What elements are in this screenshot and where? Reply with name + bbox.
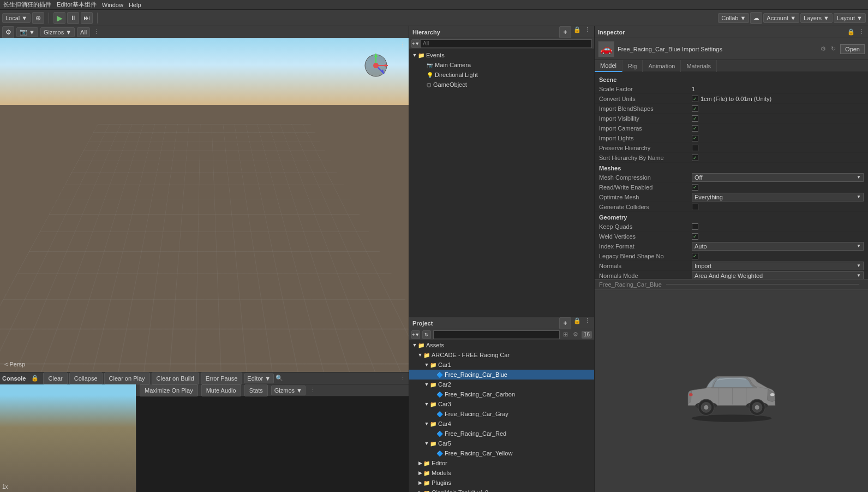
- index-format-value[interactable]: Auto ▼: [692, 242, 864, 251]
- legacy-blend-checkbox[interactable]: [692, 253, 698, 259]
- tree-plugins[interactable]: ▶ 📁 Plugins: [409, 478, 594, 488]
- scene-gizmo[interactable]: [360, 49, 392, 82]
- console-clear-btn[interactable]: Clear: [43, 372, 67, 384]
- maximize-play-btn[interactable]: Maximize On Play: [140, 384, 198, 396]
- project-settings-icon[interactable]: ⚙: [572, 331, 579, 339]
- collab-dropdown[interactable]: Collab ▼: [718, 13, 749, 23]
- tab-model[interactable]: Model: [595, 60, 622, 72]
- console-more-icon[interactable]: ⋮: [399, 375, 406, 382]
- import-cameras-checkbox[interactable]: [692, 125, 698, 132]
- weld-vertices-checkbox[interactable]: [692, 233, 698, 240]
- tree-item-events[interactable]: ▼ 📁 Events: [409, 50, 594, 60]
- hierarchy-plus-icon[interactable]: +▼: [411, 39, 420, 48]
- console-error-pause-btn[interactable]: Error Pause: [201, 372, 243, 384]
- stats-btn[interactable]: Stats: [244, 384, 268, 396]
- menu-item-plugin[interactable]: 长生但酒狂的插件: [3, 1, 51, 9]
- tree-arcade[interactable]: ▼ 📁 ARCADE - FREE Racing Car: [409, 350, 594, 360]
- tab-materials[interactable]: Materials: [681, 60, 717, 72]
- gizmos-dropdown[interactable]: Gizmos▼: [40, 27, 75, 37]
- tree-free-racing-yellow[interactable]: 🔷 Free_Racing_Car_Yellow: [409, 448, 594, 458]
- tree-free-racing-gray[interactable]: 🔷 Free_Racing_Car_Gray: [409, 409, 594, 419]
- scene-more-icon[interactable]: ⋮: [92, 28, 100, 36]
- hierarchy-search-input[interactable]: [420, 39, 592, 48]
- tab-rig[interactable]: Rig: [622, 60, 643, 72]
- inspector-lock-icon[interactable]: 🔒: [847, 28, 855, 36]
- scale-factor-value[interactable]: 1: [692, 86, 864, 92]
- project-lock-icon[interactable]: 🔒: [573, 317, 581, 325]
- tree-car1[interactable]: ▼ 📁 Car1: [409, 360, 594, 370]
- optimize-mesh-dropdown[interactable]: Everything ▼: [692, 193, 864, 201]
- tree-car5[interactable]: ▼ 📁 Car5: [409, 438, 594, 448]
- project-refresh-icon[interactable]: ↻: [422, 330, 431, 339]
- tree-assets[interactable]: ▼ 📁 Assets: [409, 340, 594, 350]
- tree-editor[interactable]: ▶ 📁 Editor: [409, 458, 594, 468]
- menu-item-window[interactable]: Window: [102, 2, 123, 8]
- project-filter-icon[interactable]: ⊞: [562, 331, 570, 339]
- layout-dropdown[interactable]: Layout ▼: [834, 13, 866, 23]
- read-write-checkbox[interactable]: [692, 184, 698, 191]
- import-lights-checkbox[interactable]: [692, 135, 698, 141]
- game-gizmos-dropdown[interactable]: Gizmos ▼: [271, 386, 306, 395]
- console-search-icon[interactable]: 🔍: [276, 375, 283, 382]
- scene-more-btn[interactable]: ⋮: [399, 42, 405, 49]
- tree-car4[interactable]: ▼ 📁 Car4: [409, 419, 594, 429]
- hierarchy-more-icon[interactable]: ⋮: [583, 26, 591, 34]
- tab-animation[interactable]: Animation: [643, 60, 681, 72]
- project-more-icon[interactable]: ⋮: [583, 317, 591, 325]
- console-collapse-btn[interactable]: Collapse: [69, 372, 103, 384]
- normals-mode-value[interactable]: Area And Angle Weighted ▼: [692, 271, 864, 279]
- tree-qianmo[interactable]: ▶ 📁 QianMo's Toolkit v1.0: [409, 488, 594, 492]
- index-format-dropdown[interactable]: Auto ▼: [692, 242, 864, 251]
- tree-free-racing-blue[interactable]: 🔷 Free_Racing_Car_Blue: [409, 370, 594, 380]
- hierarchy-add-icon[interactable]: +: [559, 26, 571, 38]
- tree-free-racing-carbon[interactable]: 🔷 Free_Racing_Car_Carbon: [409, 389, 594, 399]
- open-button[interactable]: Open: [840, 44, 865, 54]
- project-add-icon[interactable]: +: [559, 317, 571, 329]
- sort-hierarchy-checkbox[interactable]: [692, 155, 698, 161]
- generate-colliders-checkbox[interactable]: [692, 204, 698, 210]
- console-lock-icon[interactable]: 🔒: [31, 375, 39, 382]
- optimize-mesh-value[interactable]: Everything ▼: [692, 193, 864, 201]
- tree-car3[interactable]: ▼ 📁 Car3: [409, 399, 594, 409]
- account-dropdown[interactable]: Account ▼: [763, 13, 799, 23]
- console-clear-build-btn[interactable]: Clear on Build: [152, 372, 199, 384]
- cloud-icon[interactable]: ☁: [750, 12, 762, 24]
- normals-mode-dropdown[interactable]: Area And Angle Weighted ▼: [692, 271, 864, 279]
- inspector-settings-icon[interactable]: ⚙: [819, 45, 827, 53]
- tree-item-directional-light[interactable]: 💡 Directional Light: [409, 70, 594, 80]
- mesh-compression-value[interactable]: Off ▼: [692, 173, 864, 182]
- mute-audio-btn[interactable]: Mute Audio: [201, 384, 241, 396]
- tree-car2[interactable]: ▼ 📁 Car2: [409, 380, 594, 389]
- play-button[interactable]: ▶: [53, 12, 65, 24]
- normals-value[interactable]: Import ▼: [692, 262, 864, 270]
- import-visibility-checkbox[interactable]: [692, 115, 698, 122]
- convert-units-checkbox[interactable]: [692, 96, 698, 102]
- pause-button[interactable]: ⏸: [67, 12, 79, 24]
- hierarchy-lock-icon[interactable]: 🔒: [573, 26, 581, 34]
- layers-dropdown[interactable]: Layers ▼: [800, 13, 833, 23]
- camera-dropdown[interactable]: 📷▼: [16, 27, 38, 37]
- inspector-more-icon[interactable]: ⋮: [857, 28, 865, 36]
- preserve-hierarchy-checkbox[interactable]: [692, 145, 698, 151]
- step-button[interactable]: ⏭: [81, 12, 93, 24]
- game-more-icon[interactable]: ⋮: [309, 387, 316, 394]
- all-dropdown[interactable]: All: [77, 27, 90, 37]
- menu-item-editor[interactable]: Editor基本组件: [57, 1, 97, 9]
- scene-settings-icon[interactable]: ⚙: [2, 26, 14, 38]
- inspector-refresh-icon[interactable]: ↻: [829, 45, 837, 53]
- project-search-input[interactable]: [433, 330, 560, 339]
- console-editor-dropdown[interactable]: Editor ▼: [244, 374, 274, 383]
- local-dropdown[interactable]: Local ▼: [2, 13, 31, 23]
- tree-free-racing-red[interactable]: 🔷 Free_Racing_Car_Red: [409, 429, 594, 438]
- menu-item-help[interactable]: Help: [129, 2, 141, 8]
- tree-item-gameobject[interactable]: ⬡ GameObject: [409, 80, 594, 90]
- import-blendshapes-checkbox[interactable]: [692, 105, 698, 112]
- tree-item-main-camera[interactable]: 📷 Main Camera: [409, 60, 594, 70]
- tree-models[interactable]: ▶ 📁 Models: [409, 468, 594, 478]
- normals-dropdown[interactable]: Import ▼: [692, 262, 864, 270]
- pivot-icon[interactable]: ⊕: [32, 12, 44, 24]
- scene-view[interactable]: < Persp ⋮: [0, 38, 409, 372]
- project-plus-icon[interactable]: +▼: [411, 330, 420, 339]
- console-clear-play-btn[interactable]: Clear on Play: [104, 372, 150, 384]
- keep-quads-checkbox[interactable]: [692, 223, 698, 230]
